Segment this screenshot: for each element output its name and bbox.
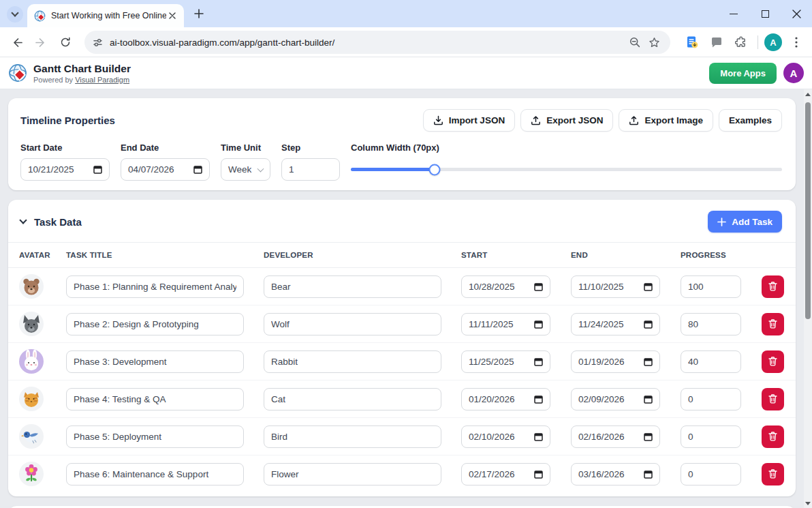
end-date-input[interactable]: 11/10/2025 xyxy=(571,275,660,298)
export-json-button[interactable]: Export JSON xyxy=(520,109,613,132)
calendar-icon[interactable] xyxy=(534,395,543,404)
task-title-input[interactable] xyxy=(66,463,244,485)
task-title-input[interactable] xyxy=(66,313,244,335)
column-width-slider[interactable] xyxy=(351,168,782,171)
chevron-down-icon xyxy=(19,216,27,224)
extensions-icon[interactable] xyxy=(731,32,751,53)
url-text[interactable]: ai-toolbox.visual-paradigm.com/app/gantt… xyxy=(110,38,625,48)
calendar-icon[interactable] xyxy=(93,165,102,174)
tab-close-icon[interactable] xyxy=(166,10,178,22)
export-image-button[interactable]: Export Image xyxy=(619,109,713,132)
more-apps-button[interactable]: More Apps xyxy=(709,63,777,84)
start-date-input[interactable]: 10/21/2025 xyxy=(20,158,110,181)
end-date-input[interactable]: 03/16/2026 xyxy=(571,463,660,485)
developer-input[interactable] xyxy=(264,463,441,485)
time-unit-select[interactable]: Week xyxy=(221,158,270,181)
minimize-button[interactable] xyxy=(718,0,749,27)
progress-input[interactable] xyxy=(681,275,741,298)
start-date-input[interactable]: 02/17/2026 xyxy=(461,463,550,485)
table-row: 10/28/2025 11/10/2025 xyxy=(8,268,796,305)
browser-profile-avatar[interactable]: A xyxy=(764,33,782,51)
forward-button[interactable] xyxy=(30,31,52,53)
progress-input[interactable] xyxy=(681,388,741,410)
end-date-input[interactable]: 01/19/2026 xyxy=(571,350,660,373)
start-date-input[interactable]: 10/28/2025 xyxy=(461,275,550,298)
delete-task-button[interactable] xyxy=(762,425,784,448)
task-data-collapse-toggle[interactable]: Task Data xyxy=(20,216,82,228)
col-start: START xyxy=(461,251,571,259)
maximize-button[interactable] xyxy=(749,0,781,27)
developer-input[interactable] xyxy=(264,425,441,448)
page-scrollbar[interactable] xyxy=(804,89,812,508)
progress-input[interactable] xyxy=(681,350,741,373)
scroll-down-arrow[interactable] xyxy=(804,498,812,508)
bookmark-star-icon[interactable] xyxy=(644,33,663,52)
end-date-input[interactable]: 02/09/2026 xyxy=(571,388,660,410)
docs-offline-icon[interactable] xyxy=(682,32,702,53)
delete-task-button[interactable] xyxy=(762,463,784,485)
delete-task-button[interactable] xyxy=(762,275,784,298)
developer-input[interactable] xyxy=(264,388,441,410)
table-row: 02/17/2026 03/16/2026 xyxy=(8,455,796,492)
calendar-icon[interactable] xyxy=(644,470,653,479)
calendar-icon[interactable] xyxy=(534,320,543,329)
calendar-icon[interactable] xyxy=(644,395,653,404)
visual-paradigm-favicon xyxy=(34,10,46,22)
add-task-button[interactable]: Add Task xyxy=(708,211,782,233)
progress-input[interactable] xyxy=(681,425,741,448)
task-title-input[interactable] xyxy=(66,425,244,448)
progress-input[interactable] xyxy=(681,313,741,335)
address-bar[interactable]: ai-toolbox.visual-paradigm.com/app/gantt… xyxy=(84,31,670,54)
delete-task-button[interactable] xyxy=(762,350,784,373)
calendar-icon[interactable] xyxy=(534,470,543,479)
start-date-input[interactable]: 11/11/2025 xyxy=(461,313,550,335)
comment-icon[interactable] xyxy=(706,32,727,53)
delete-task-button[interactable] xyxy=(762,313,784,335)
calendar-icon[interactable] xyxy=(193,165,202,174)
slider-thumb[interactable] xyxy=(429,164,441,175)
developer-input[interactable] xyxy=(264,275,441,298)
browser-menu-icon[interactable] xyxy=(786,32,807,53)
end-date-input[interactable]: 11/24/2025 xyxy=(571,313,660,335)
developer-input[interactable] xyxy=(264,350,441,373)
site-settings-icon[interactable] xyxy=(93,38,103,48)
import-json-button[interactable]: Import JSON xyxy=(423,109,516,132)
browser-tab[interactable]: Start Working with Free Online xyxy=(27,4,184,27)
visual-paradigm-link[interactable]: Visual Paradigm xyxy=(75,76,129,84)
calendar-icon[interactable] xyxy=(644,320,653,329)
start-date-input[interactable]: 01/20/2026 xyxy=(461,388,550,410)
col-end: END xyxy=(571,251,681,259)
developer-input[interactable] xyxy=(264,313,441,335)
tab-search-button[interactable] xyxy=(7,6,23,23)
delete-task-button[interactable] xyxy=(762,388,784,410)
task-title-input[interactable] xyxy=(66,275,244,298)
examples-button[interactable]: Examples xyxy=(719,109,782,132)
calendar-icon[interactable] xyxy=(534,282,543,291)
app-title: Gantt Chart Builder xyxy=(33,62,131,75)
task-title-input[interactable] xyxy=(66,388,244,410)
toolbar-divider xyxy=(758,35,758,49)
app-header: Gantt Chart Builder Powered by Visual Pa… xyxy=(0,57,812,89)
end-date-input[interactable]: 04/07/2026 xyxy=(121,158,210,181)
visual-paradigm-logo xyxy=(8,63,27,83)
back-button[interactable] xyxy=(5,31,27,53)
end-date-input[interactable]: 02/16/2026 xyxy=(571,425,660,448)
start-date-input[interactable]: 02/10/2026 xyxy=(461,425,550,448)
user-avatar[interactable]: A xyxy=(783,63,804,83)
reload-button[interactable] xyxy=(54,31,76,53)
new-tab-button[interactable] xyxy=(191,5,207,22)
close-button[interactable] xyxy=(781,0,812,27)
calendar-icon[interactable] xyxy=(644,432,653,441)
rabbit-avatar-icon xyxy=(19,349,44,374)
zoom-out-icon[interactable] xyxy=(625,33,644,52)
task-title-input[interactable] xyxy=(66,350,244,373)
progress-input[interactable] xyxy=(681,463,741,485)
calendar-icon[interactable] xyxy=(534,357,543,366)
start-date-input[interactable]: 11/25/2025 xyxy=(461,350,550,373)
step-input[interactable] xyxy=(281,158,340,181)
calendar-icon[interactable] xyxy=(534,432,543,441)
scrollbar-thumb[interactable] xyxy=(805,102,811,319)
calendar-icon[interactable] xyxy=(644,282,653,291)
calendar-icon[interactable] xyxy=(644,357,653,366)
scroll-up-arrow[interactable] xyxy=(804,89,812,99)
